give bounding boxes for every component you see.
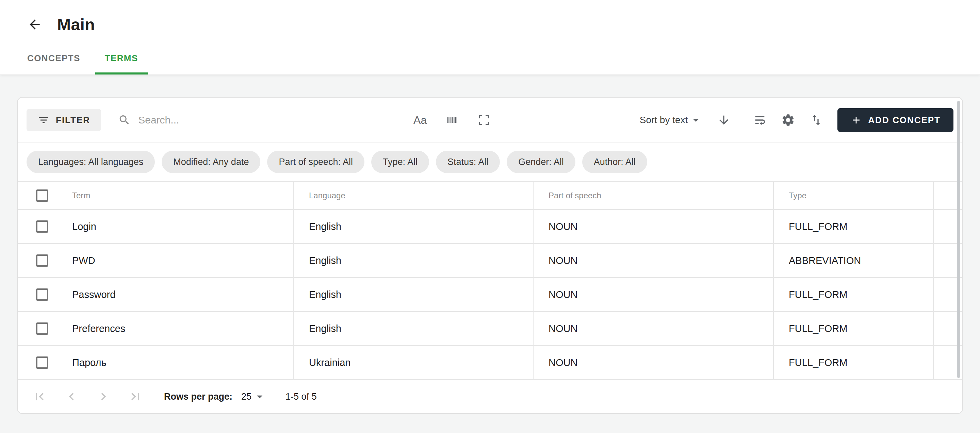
plus-icon bbox=[850, 114, 862, 126]
term-cell: Preferences bbox=[72, 323, 125, 335]
tab-concepts[interactable]: CONCEPTS bbox=[18, 42, 90, 75]
type-cell: FULL_FORM bbox=[789, 357, 847, 368]
term-cell: Password bbox=[72, 289, 115, 300]
tab-bar: CONCEPTS TERMS bbox=[18, 42, 953, 75]
rows-per-page-label: Rows per page: bbox=[164, 392, 232, 402]
filter-icon bbox=[37, 114, 50, 126]
rows-per-page-select[interactable]: 25 bbox=[241, 390, 266, 403]
row-checkbox[interactable] bbox=[36, 254, 48, 266]
sort-by-label: Sort by text bbox=[640, 115, 688, 125]
back-button[interactable] bbox=[27, 17, 42, 32]
column-header-language: Language bbox=[309, 191, 345, 200]
terms-table: Term Language Part of speech Type Login … bbox=[18, 182, 962, 380]
page-title: Main bbox=[57, 15, 95, 34]
import-export-icon bbox=[810, 113, 823, 127]
part-of-speech-cell: NOUN bbox=[549, 323, 578, 335]
search-icon bbox=[118, 113, 130, 127]
filter-button[interactable]: FILTER bbox=[27, 109, 101, 131]
search-option-icons: Aa bbox=[414, 113, 491, 127]
barcode-button[interactable] bbox=[445, 113, 459, 127]
arrow-left-icon bbox=[27, 17, 42, 32]
rows-per-page-value: 25 bbox=[241, 392, 251, 402]
pagination-next-button[interactable] bbox=[95, 389, 111, 405]
column-header-term: Term bbox=[72, 191, 90, 200]
type-cell: ABBREVIATION bbox=[789, 255, 861, 266]
row-checkbox[interactable] bbox=[36, 220, 48, 233]
table-row[interactable]: Preferences English NOUN FULL_FORM bbox=[18, 312, 962, 346]
wrap-text-button[interactable] bbox=[753, 113, 767, 127]
add-concept-label: ADD CONCEPT bbox=[868, 115, 940, 125]
filter-chip-modified[interactable]: Modified: Any date bbox=[162, 151, 260, 173]
language-cell: English bbox=[309, 323, 341, 335]
table-row[interactable]: PWD English NOUN ABBREVIATION bbox=[18, 244, 962, 278]
last-page-icon bbox=[128, 389, 143, 404]
gear-icon bbox=[781, 113, 795, 127]
filter-chip-gender[interactable]: Gender: All bbox=[507, 151, 576, 173]
table-row[interactable]: Пароль Ukrainian NOUN FULL_FORM bbox=[18, 346, 962, 380]
settings-button[interactable] bbox=[781, 113, 795, 127]
row-checkbox[interactable] bbox=[36, 289, 48, 301]
dropdown-caret-icon bbox=[253, 390, 266, 403]
dropdown-caret-icon bbox=[689, 113, 703, 127]
row-checkbox[interactable] bbox=[36, 322, 48, 335]
row-checkbox[interactable] bbox=[36, 357, 48, 369]
sort-by-dropdown[interactable]: Sort by text bbox=[640, 113, 703, 127]
arrow-down-icon bbox=[717, 113, 730, 127]
term-cell: Login bbox=[72, 221, 96, 232]
add-concept-button[interactable]: ADD CONCEPT bbox=[837, 108, 953, 132]
filter-chip-type[interactable]: Type: All bbox=[371, 151, 429, 173]
filter-button-label: FILTER bbox=[56, 115, 90, 125]
language-cell: Ukrainian bbox=[309, 357, 351, 368]
filter-chip-author[interactable]: Author: All bbox=[582, 151, 647, 173]
filter-chip-languages[interactable]: Languages: All languages bbox=[27, 151, 155, 173]
table-row[interactable]: Password English NOUN FULL_FORM bbox=[18, 278, 962, 312]
filter-chip-row: Languages: All languages Modified: Any d… bbox=[18, 143, 962, 182]
filter-chip-status[interactable]: Status: All bbox=[436, 151, 500, 173]
column-header-part-of-speech: Part of speech bbox=[549, 191, 601, 200]
toolbar-right-group: Sort by text ADD CONCEPT bbox=[640, 108, 953, 132]
term-cell: PWD bbox=[72, 255, 95, 266]
app-header: Main CONCEPTS TERMS bbox=[0, 0, 980, 75]
wrap-text-icon bbox=[753, 113, 767, 127]
type-cell: FULL_FORM bbox=[789, 323, 847, 335]
tab-terms[interactable]: TERMS bbox=[95, 42, 148, 75]
chevron-left-icon bbox=[64, 389, 79, 404]
language-cell: English bbox=[309, 289, 341, 300]
pagination-bar: Rows per page: 25 1-5 of 5 bbox=[18, 380, 962, 413]
pagination-prev-button[interactable] bbox=[63, 389, 80, 405]
pagination-first-button[interactable] bbox=[31, 389, 48, 405]
crop-free-icon bbox=[477, 113, 491, 127]
sort-direction-button[interactable] bbox=[717, 113, 730, 127]
language-cell: English bbox=[309, 221, 341, 232]
table-header-row: Term Language Part of speech Type bbox=[18, 182, 962, 210]
chevron-right-icon bbox=[96, 389, 111, 404]
part-of-speech-cell: NOUN bbox=[549, 255, 578, 266]
part-of-speech-cell: NOUN bbox=[549, 221, 578, 232]
language-cell: English bbox=[309, 255, 341, 266]
search-input[interactable] bbox=[138, 114, 404, 126]
title-row: Main bbox=[27, 10, 953, 40]
match-case-icon[interactable]: Aa bbox=[414, 114, 427, 127]
selection-frame-button[interactable] bbox=[477, 113, 491, 127]
barcode-icon bbox=[445, 113, 459, 127]
filter-chip-part-of-speech[interactable]: Part of speech: All bbox=[267, 151, 364, 173]
column-header-type: Type bbox=[789, 191, 807, 200]
pagination-range: 1-5 of 5 bbox=[285, 392, 317, 402]
type-cell: FULL_FORM bbox=[789, 221, 847, 232]
select-all-checkbox[interactable] bbox=[36, 189, 48, 202]
toolbar: FILTER Aa Sort by text bbox=[18, 98, 962, 143]
part-of-speech-cell: NOUN bbox=[549, 289, 578, 300]
first-page-icon bbox=[32, 389, 47, 404]
terms-panel: FILTER Aa Sort by text bbox=[17, 97, 963, 414]
search-box bbox=[118, 113, 404, 127]
term-cell: Пароль bbox=[72, 357, 107, 368]
part-of-speech-cell: NOUN bbox=[549, 357, 578, 368]
import-export-button[interactable] bbox=[810, 113, 823, 127]
table-row[interactable]: Login English NOUN FULL_FORM bbox=[18, 210, 962, 244]
pagination-last-button[interactable] bbox=[127, 389, 143, 405]
type-cell: FULL_FORM bbox=[789, 289, 847, 300]
vertical-scrollbar[interactable] bbox=[957, 101, 960, 378]
